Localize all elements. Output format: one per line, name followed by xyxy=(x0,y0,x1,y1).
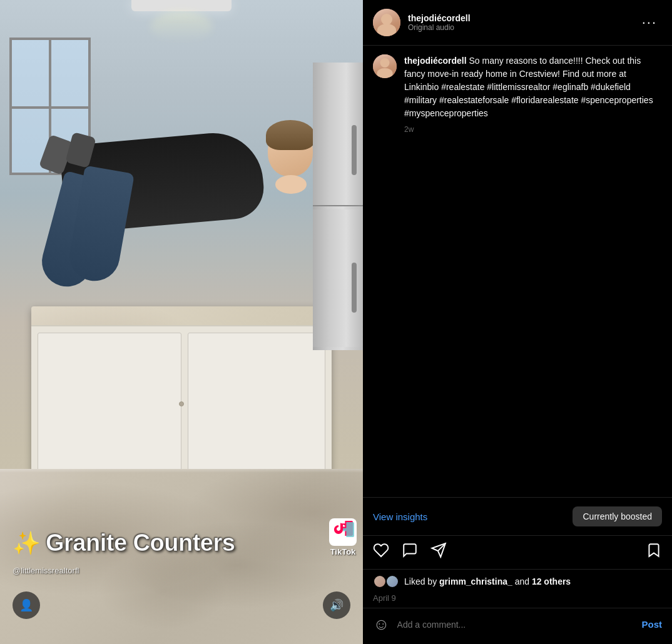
video-controls: 👤 🔊 xyxy=(0,591,363,619)
liker-username[interactable]: grimm_christina_ xyxy=(439,576,512,586)
liker-avatar-2 xyxy=(385,575,399,588)
post-body: thejodiécordell So many reasons to dance… xyxy=(363,46,672,497)
post-caption-row: thejodiécordell So many reasons to dance… xyxy=(373,54,662,135)
profile-button[interactable]: 👤 xyxy=(13,591,40,619)
audio-label: Original audio xyxy=(408,23,471,32)
post-date: April 9 xyxy=(363,591,672,608)
actions-row xyxy=(363,536,672,570)
video-panel: ✨ Granite Counters TikTok @littlemissrea… xyxy=(0,0,363,644)
star-emoji: ✨ xyxy=(13,530,41,556)
view-insights-button[interactable]: View insights xyxy=(373,511,427,522)
likes-avatars: Liked by grimm_christina_ and 12 others xyxy=(373,575,662,588)
caption-avatar[interactable] xyxy=(373,54,397,78)
share-button[interactable] xyxy=(430,542,447,563)
likes-text: Liked by grimm_christina_ and 12 others xyxy=(404,576,571,586)
user-details: thejodiécordell Original audio xyxy=(408,13,471,32)
tiktok-label: TikTok xyxy=(330,547,356,556)
likes-row: Liked by grimm_christina_ and 12 others xyxy=(363,570,672,591)
more-options-button[interactable]: ··· xyxy=(637,12,662,33)
tiktok-logo-icon xyxy=(329,518,357,546)
post-comment-button[interactable]: Post xyxy=(641,619,662,630)
caption-username[interactable]: thejodiécordell xyxy=(404,56,467,66)
likes-others[interactable]: 12 others xyxy=(532,576,571,586)
username[interactable]: thejodiécordell xyxy=(408,13,471,23)
post-header: thejodiécordell Original audio ··· xyxy=(363,0,672,46)
post-footer: View insights Currently boosted xyxy=(363,497,672,644)
avatar-image xyxy=(373,9,400,36)
bookmark-button[interactable] xyxy=(646,542,662,563)
audio-button[interactable]: 🔊 xyxy=(323,591,350,619)
granite-counters-text: Granite Counters xyxy=(46,530,235,556)
post-panel: thejodiécordell Original audio ··· thejo… xyxy=(363,0,672,644)
audio-icon: 🔊 xyxy=(330,598,344,612)
caption-text: thejodiécordell So many reasons to dance… xyxy=(404,54,662,135)
video-text-overlay: ✨ Granite Counters xyxy=(13,530,350,556)
tiktok-badge: TikTok xyxy=(329,518,357,556)
watermark-text: @littlemissrealtorfl xyxy=(13,566,79,575)
comment-button[interactable] xyxy=(402,542,418,563)
caption-time: 2w xyxy=(404,124,662,135)
like-button[interactable] xyxy=(373,542,389,563)
emoji-button[interactable]: ☺ xyxy=(373,615,390,634)
insights-row: View insights Currently boosted xyxy=(363,498,672,536)
user-info: thejodiécordell Original audio xyxy=(373,9,471,36)
comment-input-row: ☺ Post xyxy=(363,608,672,644)
profile-icon: 👤 xyxy=(19,598,33,612)
caption-avatar-image xyxy=(373,54,397,78)
liker-avatar-1 xyxy=(373,575,387,588)
liked-by-label: Liked by xyxy=(404,576,437,586)
likes-and: and xyxy=(515,576,529,586)
avatar[interactable] xyxy=(373,9,400,36)
currently-boosted-button[interactable]: Currently boosted xyxy=(573,506,662,526)
comment-input[interactable] xyxy=(397,620,634,630)
